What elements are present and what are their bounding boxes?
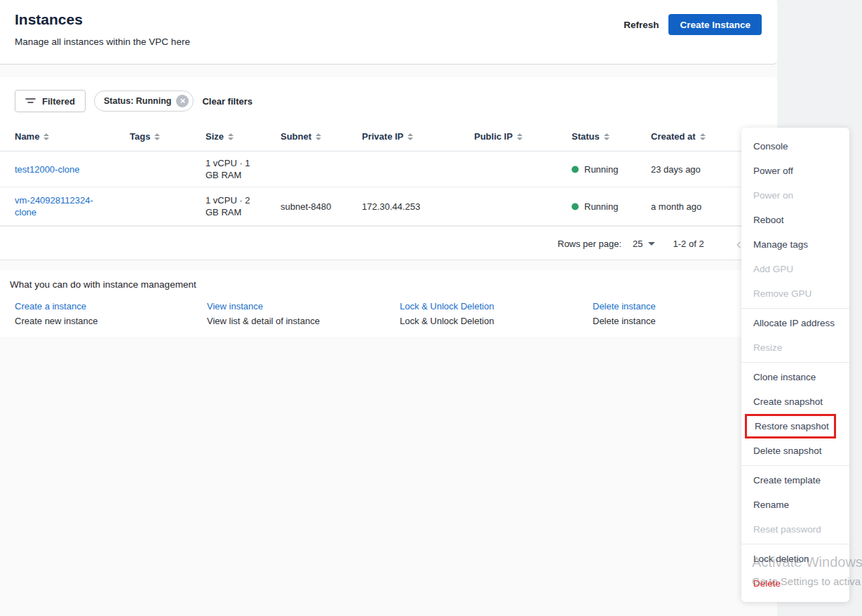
previous-page-icon[interactable]: ‹ <box>736 236 741 250</box>
caret-down-icon <box>648 242 655 246</box>
menu-item-rename[interactable]: Rename <box>741 493 849 517</box>
menu-item-clone-instance[interactable]: Clone instance <box>741 365 849 389</box>
instance-status: Running <box>572 201 618 213</box>
instance-name-link[interactable]: vm-240928112324-clone <box>15 195 93 217</box>
menu-divider <box>741 308 849 309</box>
sort-icon <box>517 133 523 140</box>
help-item-description: Create new instance <box>15 316 98 326</box>
instance-created-at: a month ago <box>651 201 701 213</box>
instance-status: Running <box>572 163 618 175</box>
menu-divider <box>741 465 849 466</box>
page-title: Instances <box>15 11 83 28</box>
pagination-range: 1-2 of 2 <box>673 239 704 249</box>
menu-divider <box>741 362 849 363</box>
instance-size: 1 vCPU · 1GB RAM <box>206 157 264 181</box>
rows-per-page-select[interactable]: 25 <box>633 239 654 249</box>
delete-instance-link[interactable]: Delete instance <box>593 301 656 312</box>
instance-private-ip: 172.30.44.253 <box>362 201 420 213</box>
menu-divider <box>741 544 849 544</box>
menu-item-create-template[interactable]: Create template <box>741 468 849 493</box>
help-item-description: Delete instance <box>593 316 656 326</box>
menu-item-add-gpu: Add GPU <box>741 257 849 281</box>
refresh-button[interactable]: Refresh <box>624 20 659 30</box>
menu-item-reboot[interactable]: Reboot <box>741 208 849 232</box>
create-instance-button[interactable]: Create Instance <box>668 14 762 35</box>
help-item-description: View list & detail of instance <box>207 316 320 326</box>
column-header-subnet[interactable]: Subnet <box>281 131 321 142</box>
filter-bar: Filtered Status: Running × Clear filters <box>15 90 252 112</box>
menu-item-resize: Resize <box>741 335 849 360</box>
view-instance-link[interactable]: View instance <box>207 301 263 312</box>
filtered-label: Filtered <box>42 96 75 107</box>
lock-unlock-deletion-link[interactable]: Lock & Unlock Deletion <box>400 301 494 312</box>
header-actions: Refresh Create Instance <box>624 14 762 35</box>
clear-filters-button[interactable]: Clear filters <box>202 96 252 107</box>
menu-item-reset-password: Reset password <box>741 517 849 542</box>
help-heading: What you can do with instance management <box>10 279 196 290</box>
instance-size: 1 vCPU · 2GB RAM <box>206 194 264 218</box>
status-dot-icon <box>572 203 579 210</box>
help-panel: What you can do with instance management… <box>0 270 777 337</box>
help-item-view-instance: View instance View list & detail of inst… <box>207 301 320 326</box>
menu-item-create-snapshot[interactable]: Create snapshot <box>741 389 849 414</box>
menu-item-manage-tags[interactable]: Manage tags <box>741 232 849 257</box>
menu-item-power-on: Power on <box>741 183 849 208</box>
column-header-public-ip[interactable]: Public IP <box>474 131 523 142</box>
pagination-bar: Rows per page: 25 1-2 of 2 ‹ <box>0 226 777 260</box>
column-header-tags[interactable]: Tags <box>130 131 160 142</box>
sort-icon <box>228 133 234 140</box>
status-filter-chip-label: Status: Running <box>104 96 172 106</box>
menu-item-power-off[interactable]: Power off <box>741 159 849 183</box>
help-item-description: Lock & Unlock Deletion <box>400 316 494 326</box>
rows-per-page-label: Rows per page: <box>558 239 621 249</box>
instance-name-link[interactable]: test12000-clone <box>15 164 80 175</box>
remove-filter-icon[interactable]: × <box>176 95 189 107</box>
menu-item-delete[interactable]: Delete <box>741 571 849 596</box>
sort-icon <box>154 133 160 140</box>
table-header-row: Name Tags Size Subnet Private IP Public … <box>0 126 777 152</box>
sort-icon <box>316 133 321 140</box>
menu-item-allocate-ip-address[interactable]: Allocate IP address <box>741 311 849 335</box>
instances-panel: Filtered Status: Running × Clear filters… <box>0 77 777 260</box>
column-header-size[interactable]: Size <box>206 131 234 142</box>
create-a-instance-link[interactable]: Create a instance <box>15 301 86 312</box>
page-header: Instances Manage all instances within th… <box>0 0 777 65</box>
sort-icon <box>408 133 413 140</box>
filter-icon <box>25 97 36 105</box>
page-subtitle: Manage all instances within the VPC here <box>15 36 190 47</box>
help-item-delete-instance: Delete instance Delete instance <box>593 301 656 326</box>
menu-item-lock-deletion[interactable]: Lock deletion <box>741 547 849 571</box>
status-dot-icon <box>572 166 579 173</box>
column-header-name[interactable]: Name <box>15 131 49 142</box>
sort-icon <box>604 133 610 140</box>
sort-icon <box>43 133 49 140</box>
column-header-created-at[interactable]: Created at <box>651 131 706 142</box>
column-header-private-ip[interactable]: Private IP <box>362 131 413 142</box>
menu-item-delete-snapshot[interactable]: Delete snapshot <box>741 438 849 463</box>
instance-actions-menu: Console Power off Power on Reboot Manage… <box>741 128 849 602</box>
menu-item-remove-gpu: Remove GPU <box>741 281 849 306</box>
sort-icon <box>700 133 706 140</box>
instance-created-at: 23 days ago <box>651 163 701 175</box>
help-item-lock-unlock-deletion: Lock & Unlock Deletion Lock & Unlock Del… <box>400 301 494 326</box>
table-row: test12000-clone 1 vCPU · 1GB RAM Running… <box>0 152 777 187</box>
table-row: vm-240928112324-clone 1 vCPU · 2GB RAM s… <box>0 187 777 226</box>
instance-subnet: subnet-8480 <box>281 201 331 213</box>
menu-item-restore-snapshot[interactable]: Restore snapshot <box>745 414 836 438</box>
status-filter-chip[interactable]: Status: Running × <box>94 91 194 112</box>
help-item-create-instance: Create a instance Create new instance <box>15 301 98 326</box>
menu-item-console[interactable]: Console <box>741 134 849 159</box>
filtered-button[interactable]: Filtered <box>15 90 86 112</box>
column-header-status[interactable]: Status <box>572 131 610 142</box>
